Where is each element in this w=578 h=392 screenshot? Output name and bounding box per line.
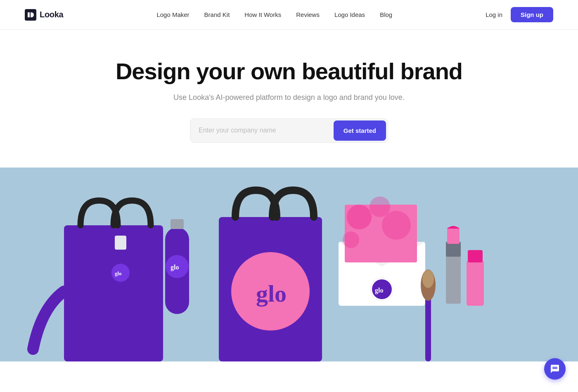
svg-rect-26 (447, 227, 460, 244)
svg-text:glo: glo (115, 270, 122, 276)
brand-showcase: glo glo glo (0, 168, 578, 361)
hero-title: Design your own beautiful brand (116, 59, 462, 84)
nav-logo-ideas[interactable]: Logo Ideas (334, 11, 365, 18)
nav-logo-maker[interactable]: Logo Maker (156, 11, 189, 18)
header: Looka Logo Maker Brand Kit How It Works … (0, 0, 578, 30)
login-button[interactable]: Log in (486, 11, 502, 18)
svg-point-31 (422, 270, 434, 288)
brand-showcase-illustration: glo glo glo (0, 168, 578, 361)
get-started-button[interactable]: Get started (334, 120, 386, 141)
svg-rect-28 (468, 250, 483, 262)
nav-blog[interactable]: Blog (380, 11, 392, 18)
nav-reviews[interactable]: Reviews (296, 11, 320, 18)
logo-link[interactable]: Looka (25, 9, 63, 21)
nav-brand-kit[interactable]: Brand Kit (204, 11, 230, 18)
svg-point-17 (347, 205, 372, 229)
company-name-input[interactable] (190, 120, 332, 141)
svg-rect-27 (467, 260, 484, 306)
svg-rect-25 (446, 242, 461, 257)
signup-button[interactable]: Sign up (511, 7, 553, 22)
svg-rect-11 (171, 219, 184, 229)
svg-rect-7 (115, 236, 126, 250)
svg-text:glo: glo (375, 287, 383, 294)
svg-point-18 (370, 196, 390, 217)
chat-bubble-button[interactable] (544, 358, 566, 380)
svg-point-20 (343, 231, 359, 248)
logo-text: Looka (40, 10, 63, 19)
hero-section: Design your own beautiful brand Use Look… (0, 30, 578, 168)
svg-rect-24 (446, 254, 461, 304)
svg-point-19 (382, 211, 411, 240)
svg-text:glo: glo (256, 280, 287, 307)
company-name-form: Get started (190, 118, 388, 143)
chat-icon (550, 364, 560, 374)
auth-area: Log in Sign up (486, 7, 553, 22)
svg-text:glo: glo (171, 264, 179, 271)
nav-how-it-works[interactable]: How It Works (244, 11, 281, 18)
hero-subtitle: Use Looka's AI-powered platform to desig… (173, 93, 405, 102)
looka-logo-icon (25, 9, 36, 21)
main-nav: Logo Maker Brand Kit How It Works Review… (156, 11, 392, 18)
